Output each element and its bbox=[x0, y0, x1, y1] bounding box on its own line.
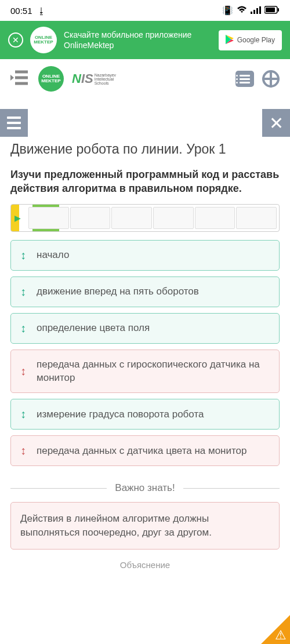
banner-text: Скачайте мобильное приложение OnlineMekt… bbox=[64, 30, 212, 50]
brand-logo[interactable]: ONLINE MEKTEP bbox=[38, 66, 64, 92]
item-text: движение вперед на пять оборотов bbox=[37, 285, 199, 299]
warning-badge[interactable] bbox=[261, 615, 290, 644]
item-text: начало bbox=[37, 249, 69, 262]
item-text: передача данных с датчика цвета на монит… bbox=[37, 445, 247, 458]
nis-n: NIS bbox=[72, 71, 93, 86]
signal-icon bbox=[251, 6, 261, 16]
drag-icon: ↕ bbox=[20, 249, 26, 262]
drag-icon: ↕ bbox=[20, 322, 26, 335]
code-block bbox=[70, 207, 111, 229]
app-banner: ✕ ONLINE MEKTEP Скачайте мобильное прило… bbox=[0, 21, 290, 59]
menu-button[interactable] bbox=[0, 109, 28, 137]
nis-subtitle: Nazarbayev Intellectual Schools bbox=[95, 73, 116, 85]
close-icon: ✕ bbox=[269, 113, 284, 133]
item-text: определение цвета поля bbox=[37, 322, 150, 335]
item-text: измерение градуса поворота робота bbox=[37, 408, 204, 421]
list-view-button[interactable] bbox=[235, 71, 254, 87]
code-block bbox=[153, 207, 194, 229]
instruction-text: Изучи предложенный программный код и рас… bbox=[0, 168, 290, 204]
download-icon: ⭳ bbox=[37, 6, 46, 16]
status-time: 00:51 bbox=[10, 6, 32, 16]
item-text: передача данных с гироскопического датчи… bbox=[37, 358, 270, 385]
banner-close-button[interactable]: ✕ bbox=[8, 32, 23, 48]
svg-rect-0 bbox=[251, 12, 252, 14]
close-button[interactable]: ✕ bbox=[262, 109, 290, 137]
play-icon bbox=[226, 35, 234, 46]
code-block bbox=[28, 207, 69, 229]
wifi-icon bbox=[237, 6, 247, 16]
status-bar: 00:51 ⭳ 📳 bbox=[0, 0, 290, 21]
svg-rect-3 bbox=[259, 6, 261, 14]
collapse-menu-button[interactable] bbox=[10, 70, 30, 88]
section-divider: Важно знать! bbox=[0, 472, 290, 502]
content-bar: ✕ bbox=[0, 109, 290, 137]
status-right: 📳 bbox=[222, 5, 280, 16]
vibrate-icon: 📳 bbox=[222, 5, 233, 16]
battery-icon bbox=[264, 6, 280, 16]
drag-icon: ↕ bbox=[20, 444, 26, 457]
code-block bbox=[195, 207, 235, 229]
sortable-item[interactable]: ↕измерение градуса поворота робота bbox=[10, 399, 280, 430]
svg-rect-2 bbox=[256, 8, 258, 14]
page-title: Движение робота по линии. Урок 1 bbox=[0, 137, 290, 168]
language-button[interactable] bbox=[262, 70, 280, 88]
program-code-image bbox=[10, 204, 280, 232]
sortable-item[interactable]: ↕начало bbox=[10, 240, 280, 271]
banner-logo: ONLINE MEKTEP bbox=[30, 27, 57, 53]
nis-logo[interactable]: NIS Nazarbayev Intellectual Schools bbox=[72, 71, 116, 86]
svg-rect-6 bbox=[278, 8, 279, 12]
code-block bbox=[111, 207, 152, 229]
top-nav: ONLINE MEKTEP NIS Nazarbayev Intellectua… bbox=[0, 59, 290, 99]
sortable-item[interactable]: ↕определение цвета поля bbox=[10, 313, 280, 344]
google-play-button[interactable]: Google Play bbox=[219, 30, 282, 50]
drag-icon: ↕ bbox=[20, 407, 26, 421]
svg-rect-1 bbox=[253, 10, 255, 14]
divider-label: Важно знать! bbox=[115, 482, 175, 494]
sortable-list: ↕начало ↕движение вперед на пять оборото… bbox=[0, 240, 290, 467]
drag-icon: ↕ bbox=[20, 285, 26, 299]
store-label: Google Play bbox=[237, 36, 275, 44]
drag-icon: ↕ bbox=[20, 365, 26, 378]
sortable-item[interactable]: ↕движение вперед на пять оборотов bbox=[10, 276, 280, 307]
important-note: Действия в линейном алгоритме должны вып… bbox=[10, 502, 280, 550]
code-block bbox=[236, 207, 277, 229]
status-left: 00:51 ⭳ bbox=[10, 6, 46, 16]
next-section-label: Объяснение bbox=[0, 560, 290, 570]
sortable-item[interactable]: ↕передача данных с датчика цвета на мони… bbox=[10, 435, 280, 466]
sortable-item[interactable]: ↕передача данных с гироскопического датч… bbox=[10, 350, 280, 394]
svg-rect-5 bbox=[266, 8, 275, 12]
